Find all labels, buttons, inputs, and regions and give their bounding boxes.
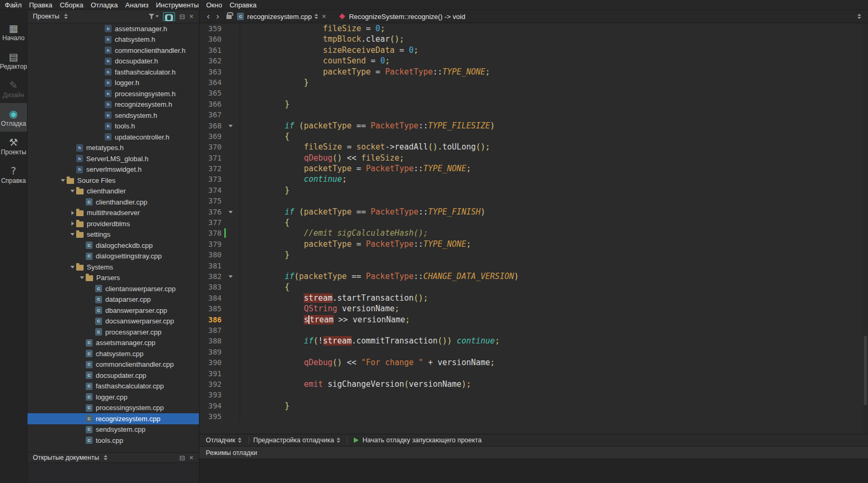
- code-line-385[interactable]: 385 QString versionName;: [199, 303, 868, 314]
- lock-icon[interactable]: [226, 15, 232, 19]
- code-line-394[interactable]: 394 }: [199, 401, 868, 411]
- tree-item-dialogcheckdb.cpp[interactable]: Cdialogcheckdb.cpp: [28, 240, 199, 251]
- code-line-388[interactable]: 388 if(!stream.commitTransaction()) cont…: [199, 336, 868, 346]
- collapse-arrow-icon[interactable]: [69, 211, 76, 215]
- code-line-362[interactable]: 362 countSend = 0;: [199, 55, 868, 66]
- code-line-389[interactable]: 389: [199, 347, 868, 357]
- sync-with-editor-icon[interactable]: [163, 12, 175, 21]
- code-line-361[interactable]: 361 sizeReceiveData = 0;: [199, 45, 868, 55]
- code-line-360[interactable]: 360 tmpBlock.clear();: [199, 34, 868, 44]
- close-documents-icon[interactable]: ×: [189, 453, 194, 462]
- menu-item-Инструменты[interactable]: Инструменты: [152, 1, 203, 10]
- close-panel-icon[interactable]: ×: [189, 12, 194, 21]
- document-selector-chevrons-icon[interactable]: [314, 14, 318, 19]
- mode-projects[interactable]: ⚒Проекты: [0, 132, 27, 160]
- tree-item-sendsystem.h[interactable]: hsendsystem.h: [28, 110, 199, 121]
- mode-help[interactable]: ?Справка: [0, 160, 27, 189]
- tree-item-Systems[interactable]: Systems: [28, 262, 199, 273]
- code-line-381[interactable]: 381: [199, 261, 868, 271]
- code-line-378[interactable]: 378 //emit sigCalculateHash();: [199, 228, 868, 238]
- tree-item-clienthandler[interactable]: clienthandler: [28, 186, 199, 197]
- mode-design[interactable]: ✎Дизайн: [0, 75, 27, 103]
- forward-button[interactable]: ›: [213, 11, 223, 22]
- back-button[interactable]: ‹: [204, 11, 213, 22]
- tree-item-providerdblms[interactable]: providerdblms: [28, 218, 199, 229]
- tree-item-logger.h[interactable]: hlogger.h: [28, 78, 199, 89]
- fold-arrow-icon[interactable]: [229, 211, 233, 213]
- expand-arrow-icon[interactable]: [59, 179, 67, 182]
- menu-item-Анализ[interactable]: Анализ: [122, 1, 152, 10]
- code-line-386[interactable]: 386 stream >> versionName;: [199, 314, 868, 325]
- tree-item-fasthashcalculator.h[interactable]: hfasthashcalculator.h: [28, 67, 199, 78]
- tree-item-clienthandler.cpp[interactable]: Cclienthandler.cpp: [28, 197, 199, 208]
- tree-item-chatsystem.cpp[interactable]: Cchatsystem.cpp: [28, 348, 199, 359]
- debugger-combo-chevrons-icon[interactable]: [238, 438, 242, 443]
- code-line-372[interactable]: 372 packetType = PacketType::TYPE_NONE;: [199, 163, 868, 174]
- menu-item-Окно[interactable]: Окно: [203, 1, 226, 10]
- debugger-combo[interactable]: Отладчик: [206, 436, 235, 444]
- code-line-370[interactable]: 370 fileSize = socket->readAll().toULong…: [199, 142, 868, 152]
- debugger-preset-combo[interactable]: Преднастройка отладчика: [253, 436, 334, 444]
- start-debug-icon[interactable]: [354, 438, 359, 443]
- code-line-382[interactable]: 382 if(packetType == PacketType::CHANGE_…: [199, 271, 868, 282]
- code-line-376[interactable]: 376 if (packetType == PacketType::TYPE_F…: [199, 207, 868, 217]
- current-symbol[interactable]: RecognizeSystem::recognize() -> void: [349, 13, 465, 21]
- code-line-366[interactable]: 366 }: [199, 99, 868, 109]
- tree-item-assetsmanager.h[interactable]: hassetsmanager.h: [28, 23, 199, 34]
- code-line-359[interactable]: 359 fileSize = 0;: [199, 23, 868, 34]
- expand-arrow-icon[interactable]: [78, 276, 86, 279]
- fold-arrow-icon[interactable]: [229, 275, 233, 278]
- tree-item-processingsystem.h[interactable]: hprocessingsystem.h: [28, 88, 199, 99]
- code-line-368[interactable]: 368 if (packetType == PacketType::TYPE_F…: [199, 120, 868, 131]
- scrollbar-thumb[interactable]: [864, 336, 867, 405]
- panel-selector-chevrons-icon[interactable]: [64, 14, 68, 19]
- tree-item-logger.cpp[interactable]: Clogger.cpp: [28, 392, 199, 403]
- expand-arrow-icon[interactable]: [69, 233, 76, 236]
- mode-welcome[interactable]: ▦Начало: [0, 17, 27, 46]
- tree-item-processingsystem.cpp[interactable]: Cprocessingsystem.cpp: [28, 403, 199, 414]
- code-line-371[interactable]: 371 qDebug() << fileSize;: [199, 153, 868, 163]
- code-line-384[interactable]: 384 stream.startTransaction();: [199, 293, 868, 303]
- tree-item-docsupdater.cpp[interactable]: Cdocsupdater.cpp: [28, 370, 199, 381]
- code-line-391[interactable]: 391: [199, 368, 868, 379]
- code-line-365[interactable]: 365: [199, 88, 868, 98]
- open-documents-chevrons-icon[interactable]: [104, 455, 107, 460]
- menu-item-Правка[interactable]: Правка: [25, 1, 56, 10]
- tree-item-dialogsettingstray.cpp[interactable]: Cdialogsettingstray.cpp: [28, 251, 199, 262]
- tree-item-fasthashcalculator.cpp[interactable]: Cfasthashcalculator.cpp: [28, 381, 199, 392]
- split-panel-icon[interactable]: ⊟: [179, 13, 185, 21]
- tree-item-multithreadserver[interactable]: multithreadserver: [28, 208, 199, 219]
- tree-item-docsanswerparser.cpp[interactable]: Cdocsanswerparser.cpp: [28, 316, 199, 327]
- symbol-selector-chevrons-icon[interactable]: [857, 14, 861, 19]
- code-line-369[interactable]: 369 {: [199, 131, 868, 142]
- menu-item-Отладка[interactable]: Отладка: [87, 1, 121, 10]
- tree-item-updatecontroller.h[interactable]: hupdatecontroller.h: [28, 132, 199, 143]
- mode-debug[interactable]: ◉Отладка: [0, 103, 27, 132]
- code-editor[interactable]: 359 fileSize = 0;360 tmpBlock.clear();36…: [199, 23, 868, 434]
- menu-item-Файл[interactable]: Файл: [1, 1, 25, 10]
- code-line-392[interactable]: 392 emit sigChangeVersion(versionName);: [199, 379, 868, 389]
- open-file-name[interactable]: recognizesystem.cpp: [247, 13, 312, 21]
- code-line-387[interactable]: 387: [199, 325, 868, 336]
- tree-item-commonclienthandler.cpp[interactable]: Ccommonclienthandler.cpp: [28, 359, 199, 370]
- tree-item-tools.h[interactable]: htools.h: [28, 121, 199, 132]
- tree-item-Source Files[interactable]: Source Files: [28, 175, 199, 186]
- tree-item-sendsystem.cpp[interactable]: Csendsystem.cpp: [28, 424, 199, 435]
- tree-item-ServerLMS_global.h[interactable]: hServerLMS_global.h: [28, 153, 199, 164]
- code-line-395[interactable]: 395: [199, 411, 868, 422]
- code-line-377[interactable]: 377 {: [199, 217, 868, 228]
- code-line-390[interactable]: 390 qDebug() << "For change " + versionN…: [199, 357, 868, 368]
- tree-item-dbanswerparser.cpp[interactable]: Cdbanswerparser.cpp: [28, 305, 199, 316]
- code-line-380[interactable]: 380 }: [199, 249, 868, 260]
- mode-editor[interactable]: ▤Редактор: [0, 46, 27, 75]
- tree-item-metatypes.h[interactable]: hmetatypes.h: [28, 143, 199, 154]
- tree-item-recognizesystem.cpp[interactable]: Crecognizesystem.cpp: [28, 413, 199, 424]
- fold-arrow-icon[interactable]: [229, 125, 233, 127]
- start-debug-label[interactable]: Начать отладку запускающего проекта: [362, 436, 481, 444]
- code-line-374[interactable]: 374 }: [199, 185, 868, 196]
- tree-item-serverlmswidget.h[interactable]: hserverlmswidget.h: [28, 164, 199, 175]
- tree-item-docsupdater.h[interactable]: hdocsupdater.h: [28, 56, 199, 67]
- code-line-375[interactable]: 375: [199, 196, 868, 206]
- code-line-373[interactable]: 373 continue;: [199, 174, 868, 184]
- code-line-363[interactable]: 363 packetType = PacketType::TYPE_NONE;: [199, 67, 868, 77]
